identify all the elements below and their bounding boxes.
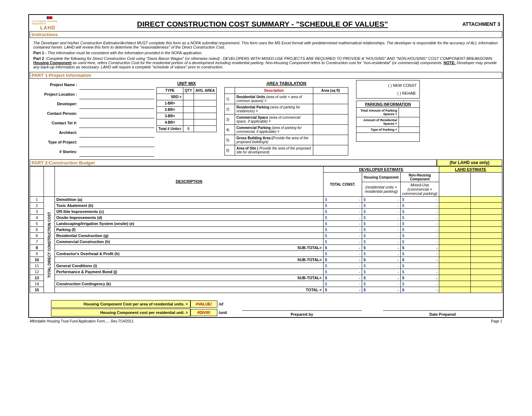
field-developer[interactable] [79, 99, 154, 109]
budget-money-cell[interactable]: $- [324, 227, 362, 233]
budget-money-cell[interactable]: $- [362, 269, 401, 275]
budget-money-cell[interactable]: $- [362, 281, 401, 287]
area-row-val[interactable] [313, 94, 348, 104]
unit-mix-qty[interactable] [183, 113, 194, 119]
budget-money-cell[interactable]: $- [401, 215, 439, 221]
area-row-num: 3) [225, 114, 235, 125]
field-architect[interactable] [79, 128, 154, 137]
budget-money-cell[interactable]: $- [324, 263, 362, 269]
signature-line-date[interactable] [383, 310, 503, 311]
budget-money-cell[interactable]: $- [401, 227, 439, 233]
unit-mix-qty[interactable] [183, 100, 194, 107]
budget-row-num: 6 [30, 233, 44, 239]
budget-money-cell: $- [362, 275, 401, 281]
field-project-name[interactable] [79, 80, 154, 90]
calc-unit-sf: /sf [217, 302, 223, 306]
budget-money-cell[interactable]: $- [362, 203, 401, 209]
brand-name: LAHD [40, 25, 56, 30]
instructions-p2: Part 1 - This information must be consis… [33, 51, 499, 55]
field-contact-tel[interactable] [79, 118, 154, 128]
area-row-val[interactable] [313, 135, 348, 145]
budget-row-desc: SUB-TOTAL= [55, 257, 324, 263]
unit-mix-total-label: Total # Units= [157, 126, 183, 132]
budget-row-desc: Commercial Construction (h) [55, 239, 324, 245]
unit-mix-avg[interactable] [194, 107, 216, 113]
signature-line-prepared-by[interactable] [242, 310, 362, 311]
budget-money-cell[interactable]: $- [324, 221, 362, 227]
budget-money-cell[interactable]: $- [362, 263, 401, 269]
unit-mix-row: 2-BR= [157, 107, 183, 113]
budget-money-cell[interactable]: $- [362, 197, 401, 203]
budget-money-cell[interactable]: $- [401, 263, 439, 269]
unit-mix-qty[interactable] [183, 107, 194, 113]
instructions-body: The Developer and his/her Construction E… [30, 38, 502, 72]
budget-money-cell[interactable]: $- [401, 281, 439, 287]
option-rehab[interactable]: ( ) REHAB. [359, 91, 417, 95]
label-project-name: Project Name : [30, 80, 79, 90]
field-contact-person[interactable] [79, 109, 154, 118]
field-project-location[interactable] [79, 90, 154, 99]
budget-money-cell[interactable]: $- [324, 215, 362, 221]
budget-money-cell[interactable]: $- [401, 251, 439, 257]
label-contact-tel: Contact Tel #: [30, 118, 79, 128]
budget-money-cell[interactable]: $- [324, 203, 362, 209]
area-row-val[interactable] [313, 125, 348, 135]
budget-lahd-cell [439, 227, 471, 233]
budget-money-cell[interactable]: $- [362, 215, 401, 221]
option-new-const[interactable]: ( ) NEW CONST [359, 83, 417, 88]
budget-money-cell[interactable]: $- [324, 269, 362, 275]
budget-money-cell[interactable]: $- [362, 251, 401, 257]
budget-row-desc: Off-Site Improvements (c) [55, 209, 324, 215]
instructions-p3: Part 2 -Complete the following for Direc… [33, 56, 499, 69]
budget-money-cell: $- [401, 275, 439, 281]
area-row-val[interactable] [313, 104, 348, 114]
unit-mix-avg[interactable] [194, 113, 216, 119]
budget-money-cell[interactable]: $- [362, 209, 401, 215]
budget-money-cell[interactable]: $- [401, 233, 439, 239]
area-row-desc: Commercial Parking (area of parking for … [235, 125, 313, 135]
parking-row-blank[interactable] [356, 133, 420, 142]
budget-money-cell[interactable]: $- [324, 239, 362, 245]
field-type-of-project[interactable] [79, 137, 154, 147]
budget-row-desc: Performance & Payment Bond (j) [55, 269, 324, 275]
unit-mix-avg[interactable] [194, 119, 216, 126]
col-type: TYPE [157, 88, 183, 94]
budget-money-cell[interactable]: $- [324, 233, 362, 239]
budget-money-cell[interactable]: $- [401, 197, 439, 203]
area-row-val[interactable] [313, 145, 348, 156]
unit-mix-qty[interactable] [183, 94, 194, 100]
budget-money-cell[interactable]: $- [362, 227, 401, 233]
budget-money-cell[interactable]: $- [401, 209, 439, 215]
budget-money-cell[interactable]: $- [362, 239, 401, 245]
budget-money-cell[interactable]: $- [401, 203, 439, 209]
budget-money-cell[interactable]: $- [401, 269, 439, 275]
unit-mix-row: SRO = [157, 94, 183, 100]
lahd-logo: Los Angeles Housing Department LAHD [32, 16, 64, 30]
unit-mix-avg[interactable] [194, 94, 216, 100]
parking-row-val[interactable] [399, 108, 420, 117]
budget-money-cell[interactable]: $- [324, 281, 362, 287]
budget-money-cell[interactable]: $- [362, 221, 401, 227]
budget-money-cell[interactable]: $- [401, 221, 439, 227]
parking-row-label: Total Amount of Parking Spaces = [356, 108, 399, 117]
area-row-val[interactable] [313, 114, 348, 125]
calc-label-cost-per-area: Housing Component Cost per area of resid… [51, 300, 190, 308]
budget-money-cell[interactable]: $- [401, 239, 439, 245]
parking-row-val[interactable] [399, 117, 420, 127]
area-tab-desc-h: Description [235, 88, 313, 94]
budget-money-cell[interactable]: $- [324, 209, 362, 215]
unit-mix-row: 1-BR= [157, 100, 183, 107]
unit-mix-block: UNIT MIX TYPE QTY AVG. AREA SRO = 1-BR= … [156, 80, 217, 157]
unit-mix-avg[interactable] [194, 100, 216, 107]
budget-row-num: 9 [30, 251, 44, 257]
field-stories[interactable] [79, 147, 154, 157]
brand-subtitle: Los Angeles Housing Department [32, 20, 64, 25]
budget-money-cell[interactable]: $- [324, 251, 362, 257]
unit-mix-qty[interactable] [183, 119, 194, 126]
budget-lahd-cell [471, 221, 502, 227]
parking-row-val[interactable] [399, 127, 420, 133]
budget-money-cell[interactable]: $- [362, 233, 401, 239]
budget-money-cell[interactable]: $- [324, 197, 362, 203]
instructions-heading: Instructions [30, 31, 502, 38]
budget-money-cell: $- [324, 245, 362, 251]
